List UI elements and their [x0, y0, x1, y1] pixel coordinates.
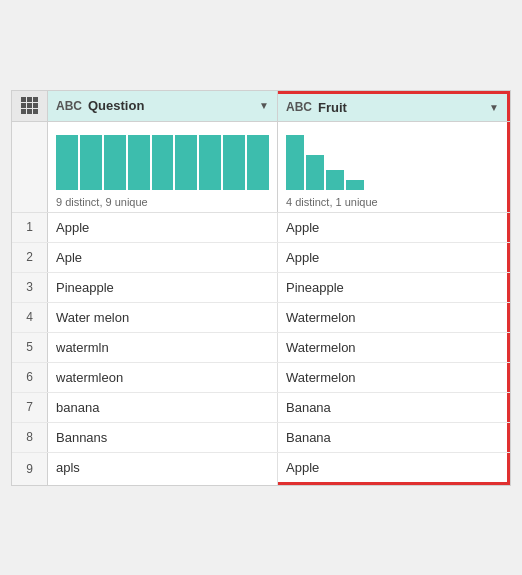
question-cell: Water melon [48, 303, 278, 332]
fruit-cell: Watermelon [278, 303, 510, 332]
fruit-col-dropdown-icon[interactable]: ▼ [489, 102, 499, 113]
question-cell: Apple [48, 213, 278, 242]
row-number: 6 [12, 363, 48, 392]
fruit-cell: Pineapple [278, 273, 510, 302]
question-col-type-icon: ABC [56, 99, 82, 113]
question-cell: watermln [48, 333, 278, 362]
grid-icon [21, 97, 38, 114]
bar [346, 180, 364, 190]
question-col-dropdown-icon[interactable]: ▼ [259, 100, 269, 111]
question-cell: Bannans [48, 423, 278, 452]
data-rows-container: 1AppleApple2ApleApple3PineapplePineapple… [12, 213, 510, 485]
fruit-column-header[interactable]: ABC Fruit ▼ [278, 91, 510, 121]
bar [306, 155, 324, 190]
row-num-header [12, 91, 48, 121]
fruit-col-label: Fruit [318, 100, 483, 115]
bar [80, 135, 102, 190]
table-row: 3PineapplePineapple [12, 273, 510, 303]
fruit-chart-label: 4 distinct, 1 unique [286, 196, 378, 208]
question-cell: watermleon [48, 363, 278, 392]
row-number: 9 [12, 453, 48, 485]
row-number: 5 [12, 333, 48, 362]
row-number: 4 [12, 303, 48, 332]
question-bars [56, 130, 269, 190]
question-cell: banana [48, 393, 278, 422]
bar [128, 135, 150, 190]
bar [152, 135, 174, 190]
question-cell: Aple [48, 243, 278, 272]
row-number: 8 [12, 423, 48, 452]
bar [326, 170, 344, 190]
question-chart-label: 9 distinct, 9 unique [56, 196, 148, 208]
table-row: 2ApleApple [12, 243, 510, 273]
table-row: 1AppleApple [12, 213, 510, 243]
chart-row: 9 distinct, 9 unique 4 distinct, 1 uniqu… [12, 122, 510, 213]
main-table: ABC Question ▼ ABC Fruit ▼ 9 distinct, 9… [11, 90, 511, 486]
fruit-chart-cell: 4 distinct, 1 unique [278, 122, 510, 212]
fruit-cell: Apple [278, 453, 510, 485]
fruit-cell: Apple [278, 243, 510, 272]
table-row: 7bananaBanana [12, 393, 510, 423]
fruit-cell: Banana [278, 423, 510, 452]
table-row: 6watermleonWatermelon [12, 363, 510, 393]
table-row: 9aplsApple [12, 453, 510, 485]
bar [286, 135, 304, 190]
table-row: 5watermlnWatermelon [12, 333, 510, 363]
fruit-cell: Apple [278, 213, 510, 242]
row-number: 1 [12, 213, 48, 242]
fruit-col-type-icon: ABC [286, 100, 312, 114]
bar [223, 135, 245, 190]
bar [56, 135, 78, 190]
question-chart-cell: 9 distinct, 9 unique [48, 122, 278, 212]
table-row: 8BannansBanana [12, 423, 510, 453]
question-cell: Pineapple [48, 273, 278, 302]
row-number: 3 [12, 273, 48, 302]
bar [199, 135, 221, 190]
table-header: ABC Question ▼ ABC Fruit ▼ [12, 91, 510, 122]
question-col-label: Question [88, 98, 253, 113]
fruit-cell: Banana [278, 393, 510, 422]
fruit-cell: Watermelon [278, 333, 510, 362]
fruit-cell: Watermelon [278, 363, 510, 392]
bar [247, 135, 269, 190]
row-number: 7 [12, 393, 48, 422]
chart-row-num [12, 122, 48, 212]
fruit-bars [286, 130, 499, 190]
bar [175, 135, 197, 190]
question-cell: apls [48, 453, 278, 485]
question-column-header[interactable]: ABC Question ▼ [48, 91, 278, 121]
bar [104, 135, 126, 190]
row-number: 2 [12, 243, 48, 272]
table-row: 4Water melonWatermelon [12, 303, 510, 333]
